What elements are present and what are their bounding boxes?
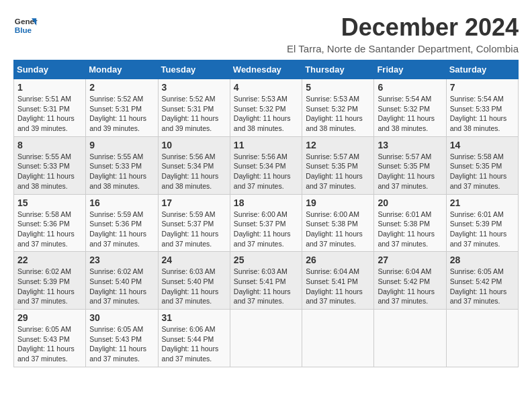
day-info: Sunrise: 5:56 AM Sunset: 5:34 PM Dayligh…: [234, 152, 298, 191]
calendar-cell: 15Sunrise: 5:58 AM Sunset: 5:36 PM Dayli…: [14, 194, 86, 252]
day-info: Sunrise: 5:59 AM Sunset: 5:36 PM Dayligh…: [89, 210, 154, 249]
day-number: 23: [89, 255, 154, 265]
day-info: Sunrise: 6:05 AM Sunset: 5:43 PM Dayligh…: [89, 324, 154, 364]
day-info: Sunrise: 6:01 AM Sunset: 5:39 PM Dayligh…: [450, 210, 515, 249]
day-number: 21: [450, 197, 515, 208]
day-info: Sunrise: 5:51 AM Sunset: 5:31 PM Dayligh…: [17, 94, 82, 134]
title-block: December 2024 El Tarra, Norte de Santand…: [287, 13, 519, 54]
svg-text:Blue: Blue: [15, 26, 32, 34]
calendar-cell: 6Sunrise: 5:54 AM Sunset: 5:32 PM Daylig…: [374, 79, 446, 137]
day-number: 8: [17, 140, 82, 150]
day-number: 30: [89, 312, 154, 323]
day-info: Sunrise: 6:05 AM Sunset: 5:43 PM Dayligh…: [17, 324, 82, 364]
weekday-friday: Friday: [374, 60, 446, 79]
calendar-cell: 13Sunrise: 5:57 AM Sunset: 5:35 PM Dayli…: [374, 136, 446, 194]
day-number: 9: [89, 140, 154, 150]
calendar-cell: 8Sunrise: 5:55 AM Sunset: 5:33 PM Daylig…: [14, 136, 86, 194]
calendar-cell: 26Sunrise: 6:04 AM Sunset: 5:41 PM Dayli…: [302, 252, 374, 310]
calendar-cell: 24Sunrise: 6:03 AM Sunset: 5:40 PM Dayli…: [158, 252, 230, 310]
calendar-cell: 30Sunrise: 6:05 AM Sunset: 5:43 PM Dayli…: [86, 310, 158, 367]
day-number: 19: [306, 197, 370, 208]
calendar-cell: 31Sunrise: 6:06 AM Sunset: 5:44 PM Dayli…: [158, 310, 230, 367]
calendar-cell: 5Sunrise: 5:53 AM Sunset: 5:32 PM Daylig…: [302, 79, 374, 137]
day-number: 11: [234, 140, 298, 150]
day-number: 28: [450, 255, 515, 265]
day-number: 26: [306, 255, 370, 265]
month-title: December 2024: [287, 13, 519, 42]
day-number: 18: [234, 197, 298, 208]
calendar-cell: 29Sunrise: 6:05 AM Sunset: 5:43 PM Dayli…: [14, 310, 86, 367]
day-number: 3: [162, 82, 226, 93]
day-number: 20: [378, 197, 442, 208]
day-info: Sunrise: 5:52 AM Sunset: 5:31 PM Dayligh…: [89, 94, 154, 134]
day-info: Sunrise: 5:57 AM Sunset: 5:35 PM Dayligh…: [378, 152, 442, 191]
calendar-cell: 28Sunrise: 6:05 AM Sunset: 5:42 PM Dayli…: [446, 252, 518, 310]
week-row-5: 29Sunrise: 6:05 AM Sunset: 5:43 PM Dayli…: [14, 310, 519, 367]
calendar-cell: 4Sunrise: 5:53 AM Sunset: 5:32 PM Daylig…: [230, 79, 302, 137]
calendar-table: SundayMondayTuesdayWednesdayThursdayFrid…: [13, 60, 519, 367]
day-info: Sunrise: 6:02 AM Sunset: 5:39 PM Dayligh…: [17, 267, 82, 306]
location-subtitle: El Tarra, Norte de Santander Department,…: [287, 43, 519, 54]
day-info: Sunrise: 5:54 AM Sunset: 5:32 PM Dayligh…: [378, 94, 442, 134]
day-number: 4: [234, 82, 298, 93]
day-info: Sunrise: 5:52 AM Sunset: 5:31 PM Dayligh…: [162, 94, 226, 134]
day-info: Sunrise: 5:58 AM Sunset: 5:36 PM Dayligh…: [17, 210, 82, 249]
day-info: Sunrise: 5:58 AM Sunset: 5:35 PM Dayligh…: [450, 152, 515, 191]
weekday-monday: Monday: [86, 60, 158, 79]
calendar-cell: 10Sunrise: 5:56 AM Sunset: 5:34 PM Dayli…: [158, 136, 230, 194]
day-number: 6: [378, 82, 442, 93]
day-info: Sunrise: 6:04 AM Sunset: 5:41 PM Dayligh…: [306, 267, 370, 306]
weekday-saturday: Saturday: [446, 60, 518, 79]
day-number: 24: [162, 255, 226, 265]
calendar-cell: 21Sunrise: 6:01 AM Sunset: 5:39 PM Dayli…: [446, 194, 518, 252]
day-number: 27: [378, 255, 442, 265]
day-number: 13: [378, 140, 442, 150]
day-info: Sunrise: 5:53 AM Sunset: 5:32 PM Dayligh…: [306, 94, 370, 134]
day-number: 31: [162, 312, 226, 323]
day-number: 15: [17, 197, 82, 208]
day-number: 16: [89, 197, 154, 208]
day-number: 29: [17, 312, 82, 323]
weekday-wednesday: Wednesday: [230, 60, 302, 79]
day-info: Sunrise: 6:02 AM Sunset: 5:40 PM Dayligh…: [89, 267, 154, 306]
calendar-cell: 3Sunrise: 5:52 AM Sunset: 5:31 PM Daylig…: [158, 79, 230, 137]
calendar-cell: 14Sunrise: 5:58 AM Sunset: 5:35 PM Dayli…: [446, 136, 518, 194]
calendar-cell: 18Sunrise: 6:00 AM Sunset: 5:37 PM Dayli…: [230, 194, 302, 252]
calendar-cell: 1Sunrise: 5:51 AM Sunset: 5:31 PM Daylig…: [14, 79, 86, 137]
day-info: Sunrise: 5:56 AM Sunset: 5:34 PM Dayligh…: [162, 152, 226, 191]
week-row-4: 22Sunrise: 6:02 AM Sunset: 5:39 PM Dayli…: [14, 252, 519, 310]
day-info: Sunrise: 6:04 AM Sunset: 5:42 PM Dayligh…: [378, 267, 442, 306]
calendar-cell: 27Sunrise: 6:04 AM Sunset: 5:42 PM Dayli…: [374, 252, 446, 310]
calendar-cell: 16Sunrise: 5:59 AM Sunset: 5:36 PM Dayli…: [86, 194, 158, 252]
day-info: Sunrise: 5:55 AM Sunset: 5:33 PM Dayligh…: [89, 152, 154, 191]
day-number: 2: [89, 82, 154, 93]
page-header: General Blue December 2024 El Tarra, Nor…: [13, 13, 519, 54]
day-info: Sunrise: 6:06 AM Sunset: 5:44 PM Dayligh…: [162, 324, 226, 364]
week-row-2: 8Sunrise: 5:55 AM Sunset: 5:33 PM Daylig…: [14, 136, 519, 194]
calendar-cell: 17Sunrise: 5:59 AM Sunset: 5:37 PM Dayli…: [158, 194, 230, 252]
day-info: Sunrise: 5:55 AM Sunset: 5:33 PM Dayligh…: [17, 152, 82, 191]
day-info: Sunrise: 6:03 AM Sunset: 5:40 PM Dayligh…: [162, 267, 226, 306]
day-number: 25: [234, 255, 298, 265]
calendar-cell: 9Sunrise: 5:55 AM Sunset: 5:33 PM Daylig…: [86, 136, 158, 194]
calendar-cell: [446, 310, 518, 367]
day-info: Sunrise: 5:53 AM Sunset: 5:32 PM Dayligh…: [234, 94, 298, 134]
calendar-cell: 25Sunrise: 6:03 AM Sunset: 5:41 PM Dayli…: [230, 252, 302, 310]
day-number: 7: [450, 82, 515, 93]
day-info: Sunrise: 5:59 AM Sunset: 5:37 PM Dayligh…: [162, 210, 226, 249]
logo: General Blue: [13, 13, 38, 38]
day-number: 12: [306, 140, 370, 150]
calendar-cell: 12Sunrise: 5:57 AM Sunset: 5:35 PM Dayli…: [302, 136, 374, 194]
day-number: 14: [450, 140, 515, 150]
day-info: Sunrise: 5:57 AM Sunset: 5:35 PM Dayligh…: [306, 152, 370, 191]
week-row-1: 1Sunrise: 5:51 AM Sunset: 5:31 PM Daylig…: [14, 79, 519, 137]
calendar-cell: 19Sunrise: 6:00 AM Sunset: 5:38 PM Dayli…: [302, 194, 374, 252]
day-info: Sunrise: 6:00 AM Sunset: 5:38 PM Dayligh…: [306, 210, 370, 249]
calendar-cell: 23Sunrise: 6:02 AM Sunset: 5:40 PM Dayli…: [86, 252, 158, 310]
calendar-cell: 20Sunrise: 6:01 AM Sunset: 5:38 PM Dayli…: [374, 194, 446, 252]
weekday-header-row: SundayMondayTuesdayWednesdayThursdayFrid…: [14, 60, 519, 79]
logo-icon: General Blue: [13, 13, 38, 38]
calendar-cell: 7Sunrise: 5:54 AM Sunset: 5:33 PM Daylig…: [446, 79, 518, 137]
day-info: Sunrise: 6:05 AM Sunset: 5:42 PM Dayligh…: [450, 267, 515, 306]
weekday-sunday: Sunday: [14, 60, 86, 79]
